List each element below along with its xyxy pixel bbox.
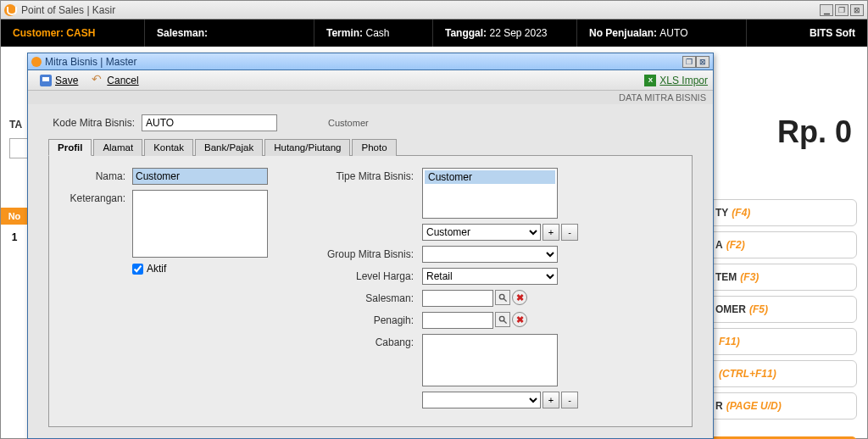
tipe-add-button[interactable]: + (542, 224, 559, 241)
penagih-input[interactable] (422, 312, 493, 329)
nopenj-value: AUTO (659, 27, 687, 39)
nama-label: Nama: (58, 168, 132, 182)
app-icon (4, 4, 16, 16)
salesman-clear-button[interactable]: ✖ (512, 290, 527, 305)
nopenj-label: No Penjualan: (589, 27, 657, 39)
ta-label: TA (9, 119, 22, 131)
tipe-label: Tipe Mitra Bisnis: (312, 168, 422, 182)
svg-line-3 (504, 320, 506, 323)
level-label: Level Harga: (312, 268, 422, 282)
company-name: BITS Soft (810, 27, 855, 39)
penagih-lookup-button[interactable] (495, 312, 510, 327)
minimize-button[interactable]: ▁ (820, 4, 833, 16)
shortcut-button[interactable]: R(PAGE U/D) (706, 392, 857, 420)
shortcut-button[interactable]: OMER(F5) (706, 296, 857, 323)
group-dropdown[interactable] (422, 246, 558, 263)
salesman-lookup-button[interactable] (495, 290, 510, 305)
xls-import-button[interactable]: X XLS Impor (644, 75, 708, 86)
cancel-button[interactable]: Cancel (85, 73, 145, 88)
tab-kontak[interactable]: Kontak (144, 139, 193, 156)
nama-input[interactable] (132, 168, 268, 185)
row-number-1: 1 (1, 226, 28, 243)
keterangan-label: Keterangan: (58, 190, 132, 204)
salesman-label: Salesman: (157, 27, 208, 39)
tanggal-value: 22 Sep 2023 (489, 27, 547, 39)
tipe-selected-item[interactable]: Customer (425, 170, 555, 184)
mitra-bisnis-modal: Mitra Bisnis | Master ❐ ⊠ Save Cancel X … (27, 53, 714, 439)
kode-label: Kode Mitra Bisnis: (48, 117, 142, 129)
svg-line-1 (504, 298, 506, 301)
maximize-button[interactable]: ❐ (835, 4, 849, 16)
info-bar: Customer: CASH Salesman: Termin: Cash Ta… (1, 19, 867, 47)
cabang-listbox[interactable] (422, 334, 558, 386)
aktif-checkbox[interactable] (132, 264, 143, 275)
tipe-remove-button[interactable]: - (561, 224, 578, 241)
shortcut-button[interactable]: F11) (706, 328, 857, 355)
tipe-listbox[interactable]: Customer (422, 168, 558, 219)
excel-icon: X (644, 75, 656, 86)
cabang-remove-button[interactable]: - (561, 392, 578, 408)
cancel-icon (92, 75, 103, 86)
customer-label: Customer: (13, 27, 64, 39)
penagih-clear-button[interactable]: ✖ (512, 312, 527, 327)
modal-close-button[interactable]: ⊠ (696, 56, 709, 68)
kode-input[interactable] (142, 114, 277, 131)
cabang-dropdown[interactable] (422, 392, 541, 408)
shortcut-button[interactable]: TY(F4) (706, 199, 857, 226)
save-button[interactable]: Save (33, 73, 85, 88)
tipe-hint: Customer (328, 118, 369, 128)
keterangan-input[interactable] (132, 190, 268, 258)
tab-panel-profil: Nama: Keterangan: Aktif Tipe Mitra Bisni… (48, 156, 693, 427)
save-icon (40, 75, 52, 86)
tab-alamat[interactable]: Alamat (93, 139, 142, 156)
svg-point-2 (499, 316, 504, 321)
search-icon (498, 293, 508, 303)
search-icon (498, 315, 508, 325)
close-button[interactable]: ⊠ (850, 4, 864, 16)
group-label: Group Mitra Bisnis: (312, 246, 422, 260)
modal-app-icon (31, 57, 42, 67)
tab-photo[interactable]: Photo (352, 139, 396, 156)
search-stub[interactable] (9, 138, 28, 158)
tab-profil[interactable]: Profil (48, 139, 92, 156)
tipe-dropdown[interactable]: Customer (422, 224, 541, 241)
modal-title: Mitra Bisnis | Master (45, 56, 682, 68)
termin-label: Termin: (326, 27, 363, 39)
outer-title: Point of Sales | Kasir (21, 4, 820, 16)
tanggal-label: Tanggal: (445, 27, 487, 39)
modal-titlebar: Mitra Bisnis | Master ❐ ⊠ (28, 53, 713, 70)
aktif-label: Aktif (147, 263, 166, 275)
customer-value: CASH (66, 27, 95, 39)
level-dropdown[interactable]: Retail (422, 268, 558, 285)
tab-strip: Profil Alamat Kontak Bank/Pajak Hutang/P… (48, 138, 693, 156)
column-header-no: No (1, 208, 28, 225)
termin-value: Cash (365, 27, 389, 39)
penagih-label: Penagih: (312, 312, 422, 326)
tab-bank-pajak[interactable]: Bank/Pajak (195, 139, 263, 156)
cabang-label: Cabang: (312, 334, 422, 348)
total-amount: Rp. 0 (777, 114, 852, 150)
salesman-field-label: Salesman: (312, 290, 422, 304)
outer-titlebar: Point of Sales | Kasir ▁ ❐ ⊠ (1, 1, 867, 19)
salesman-input[interactable] (422, 290, 493, 307)
tab-hutang-piutang[interactable]: Hutang/Piutang (264, 139, 350, 156)
cabang-add-button[interactable]: + (542, 392, 559, 408)
svg-point-0 (499, 294, 504, 299)
modal-restore-button[interactable]: ❐ (682, 56, 696, 68)
shortcut-button[interactable]: A(F2) (706, 231, 857, 258)
shortcut-button[interactable]: (CTRL+F11) (706, 360, 857, 387)
data-strip: DATA MITRA BISNIS (28, 91, 713, 104)
shortcut-button[interactable]: TEM(F3) (706, 264, 857, 291)
